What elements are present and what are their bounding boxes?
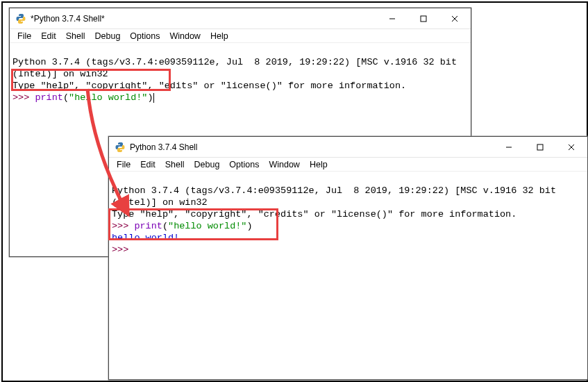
menu-debug[interactable]: Debug [90,31,126,41]
titlebar[interactable]: Python 3.7.4 Shell [109,137,587,158]
code-paren-open: ( [63,92,69,103]
python-icon [15,13,26,24]
close-button[interactable] [439,8,471,28]
close-button[interactable] [555,137,587,157]
banner-line-1: Python 3.7.4 (tags/v3.7.4:e09359112e, Ju… [12,57,457,67]
minimize-button[interactable] [376,8,408,28]
menu-shell[interactable]: Shell [61,31,90,41]
menu-options[interactable]: Options [125,31,165,41]
code-paren-close: ) [246,221,252,231]
python-shell-window-2: Python 3.7.4 Shell File Edit Shell Debug… [108,136,588,380]
menu-edit[interactable]: Edit [135,160,160,169]
menu-help[interactable]: Help [305,160,333,169]
text-cursor [153,93,154,103]
output-line: hello world! [112,233,179,243]
menu-debug[interactable]: Debug [190,160,225,169]
menu-help[interactable]: Help [205,31,233,41]
prompt: >>> [12,92,35,103]
shell-content[interactable]: Python 3.7.4 (tags/v3.7.4:e09359112e, Ju… [109,172,587,257]
banner-line-3a: Type "help", "copyright", " [12,81,165,91]
menubar: File Edit Shell Debug Options Window Hel… [109,158,587,172]
menu-options[interactable]: Options [224,160,264,169]
code-paren-open: ( [162,221,168,231]
svg-rect-5 [537,144,543,150]
code-keyword: print [134,221,162,231]
menubar: File Edit Shell Debug Options Window Hel… [10,29,471,43]
banner-line-1: Python 3.7.4 (tags/v3.7.4:e09359112e, Ju… [112,185,556,196]
menu-edit[interactable]: Edit [36,31,61,41]
screenshot-frame: *Python 3.7.4 Shell* File Edit Shell Deb… [1,1,588,382]
menu-window[interactable]: Window [165,31,205,41]
code-keyword: print [35,92,63,103]
maximize-button[interactable] [408,8,439,28]
titlebar[interactable]: *Python 3.7.4 Shell* [10,8,471,29]
banner-line-2: (Intel)] on win32 [112,197,208,208]
svg-rect-1 [421,16,426,22]
prompt-2: >>> [112,244,134,255]
prompt: >>> [112,221,134,231]
window-title: Python 3.7.4 Shell [130,142,197,152]
maximize-button[interactable] [524,137,555,157]
code-string: "hello world!" [168,221,246,231]
code-string: "hello world!" [69,92,147,103]
window-title: *Python 3.7.4 Shell* [31,14,105,24]
python-icon [115,142,126,153]
banner-line-3b: edits" or "license()" for more informati… [165,81,406,91]
menu-file[interactable]: File [12,31,36,41]
code-paren-close: ) [147,92,153,103]
minimize-button[interactable] [493,137,524,157]
window-controls [493,137,587,157]
banner-line-3: Type "help", "copyright", "credits" or "… [112,209,516,219]
menu-shell[interactable]: Shell [160,160,190,169]
menu-file[interactable]: File [112,160,135,169]
shell-content[interactable]: Python 3.7.4 (tags/v3.7.4:e09359112e, Ju… [10,43,471,105]
window-controls [376,8,471,28]
menu-window[interactable]: Window [264,160,304,169]
banner-line-2: (Intel)] on win32 [12,69,108,79]
